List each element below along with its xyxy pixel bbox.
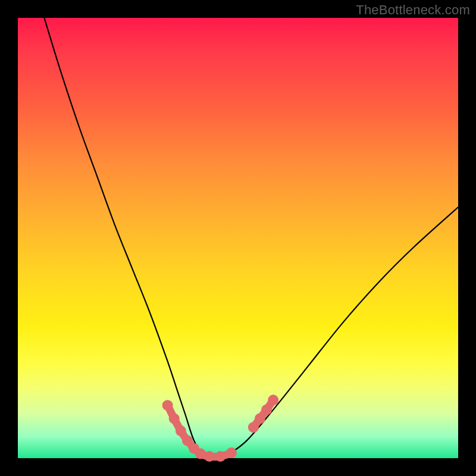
bead-dot: [176, 425, 186, 436]
bead-dot: [248, 422, 259, 433]
bead-dot: [261, 405, 272, 415]
watermark-text: TheBottleneck.com: [356, 2, 470, 18]
bead-dot: [215, 451, 226, 462]
curve-layer: [18, 18, 458, 458]
plot-area: [18, 18, 458, 458]
beads-right: [248, 394, 278, 433]
chart-frame: TheBottleneck.com: [0, 0, 476, 476]
bead-dot: [226, 447, 237, 458]
bead-dot: [169, 413, 180, 424]
bead-dot: [204, 451, 215, 462]
bead-dot: [255, 413, 265, 424]
bottleneck-curve: [44, 18, 458, 459]
bead-dot: [162, 400, 173, 411]
bead-dot: [268, 394, 278, 405]
beads-left: [162, 400, 237, 462]
